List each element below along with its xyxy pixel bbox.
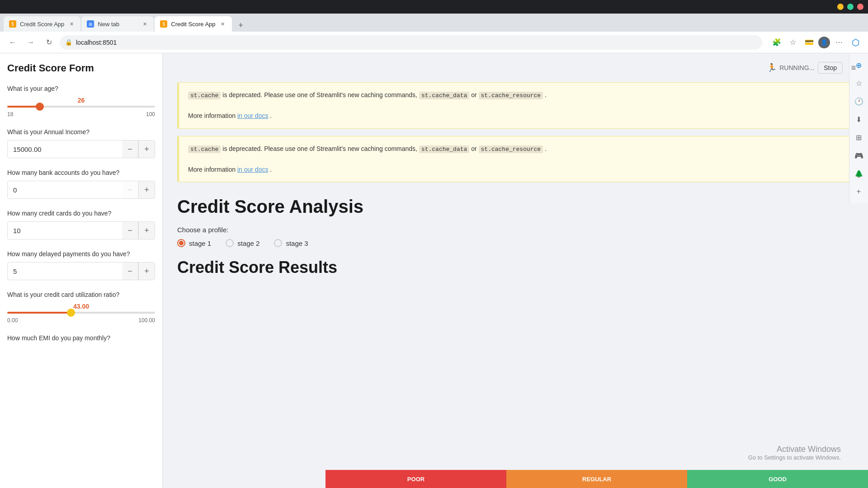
credit-utilization-label: What is your credit card utilization rat… [7,291,155,298]
activate-sub: Go to Settings to activate Windows. [748,454,841,461]
delayed-payments-section: How many delayed payments do you have? 5… [7,250,155,280]
age-slider-container [7,106,155,111]
tab-new-tab[interactable]: ⊞ New tab ✕ [81,16,154,32]
tab-close-3[interactable]: ✕ [219,20,226,28]
income-input[interactable]: 15000.00 − + [7,140,155,158]
edge-history-icon[interactable]: 🕐 [851,93,867,109]
running-icon: 🏃 [767,63,777,73]
wallet-icon[interactable]: 💳 [802,35,816,50]
edge-apps-icon[interactable]: ⊞ [851,129,867,145]
credit-utilization-min: 0.00 [7,317,18,324]
radio-stage2[interactable]: stage 2 [226,239,259,247]
tab-credit-score-2[interactable]: $ Credit Score App ✕ [155,16,231,32]
tab-favicon-2: ⊞ [87,20,94,28]
credit-cards-decrement-button[interactable]: − [122,221,138,239]
score-bar: POOR REGULAR GOOD [326,470,868,488]
hamburger-menu-button[interactable]: ≡ [846,61,861,75]
warning2-docs-link[interactable]: in our docs [237,166,268,173]
maximize-button[interactable] [847,4,854,10]
credit-cards-increment-button[interactable]: + [138,221,155,239]
edge-downloads-icon[interactable]: ⬇ [851,111,867,127]
tab-label-1: Credit Score App [20,21,64,28]
profile-avatar[interactable]: 👤 [818,37,830,48]
new-tab-button[interactable]: + [235,19,247,32]
edge-icon[interactable]: ⬡ [848,35,863,50]
edge-favorites-icon[interactable]: ☆ [851,75,867,91]
credit-utilization-slider-thumb[interactable] [67,309,75,317]
radio-circle-stage1[interactable] [177,239,185,247]
delayed-payments-decrement-button[interactable]: − [122,262,138,280]
warning1-period: . [270,112,272,119]
score-regular-band: REGULAR [506,470,687,488]
forward-button[interactable]: → [24,35,38,50]
income-value: 15000.00 [8,145,122,153]
radio-label-stage1: stage 1 [189,239,211,247]
running-indicator: 🏃 RUNNING... [767,63,814,73]
income-decrement-button[interactable]: − [122,140,138,158]
close-button[interactable] [857,4,863,10]
credit-utilization-range: 0.00 100.00 [7,317,155,324]
bank-accounts-decrement-button[interactable]: − [122,181,138,199]
bank-accounts-label: How many bank accounts do you have? [7,169,155,176]
credit-cards-value: 10 [8,227,122,235]
minimize-button[interactable] [837,4,844,10]
main-content: Credit Score Form What is your age? 26 1… [0,53,868,488]
warning1-text1: is deprecated. Please use one of Streaml… [222,91,419,99]
reload-button[interactable]: ↻ [42,35,56,50]
age-slider-range: 18 100 [7,111,155,117]
warning2-text1: is deprecated. Please use one of Streaml… [222,145,419,152]
sidebar-title: Credit Score Form [7,62,155,74]
age-label: What is your age? [7,85,155,92]
radio-stage1[interactable]: stage 1 [177,239,211,247]
age-slider-thumb[interactable] [36,103,44,111]
warning1-code3: st.cache_resource [479,92,543,99]
address-bar[interactable]: 🔒 localhost:8501 [60,35,762,50]
tab-favicon-3: $ [160,20,167,28]
warning2-code1: st.cache [188,145,221,153]
tab-label-3: Credit Score App [171,21,215,28]
delayed-payments-value: 5 [8,267,122,275]
tab-credit-score-1[interactable]: $ Credit Score App ✕ [4,16,80,32]
radio-circle-stage2[interactable] [226,239,234,247]
window-controls[interactable] [837,4,863,10]
age-slider-track[interactable] [7,106,155,108]
address-bar-row: ← → ↻ 🔒 localhost:8501 🧩 ☆ 💳 👤 ⋯ ⬡ [0,32,868,53]
radio-stage3[interactable]: stage 3 [274,239,308,247]
warning1-code2: st.cache_data [419,92,469,99]
edge-panel: ⊕ ☆ 🕐 ⬇ ⊞ 🎮 🌲 + [849,53,868,203]
activate-watermark: Activate Windows Go to Settings to activ… [748,445,841,461]
bank-accounts-input[interactable]: 0 − + [7,181,155,199]
delayed-payments-increment-button[interactable]: + [138,262,155,280]
tab-close-1[interactable]: ✕ [68,20,75,28]
warning2-text3: . [545,145,547,152]
bank-accounts-increment-button[interactable]: + [138,181,155,199]
edge-add-icon[interactable]: + [851,183,867,200]
radio-circle-stage3[interactable] [274,239,282,247]
warning2-code3: st.cache_resource [479,145,543,153]
edge-tree-icon[interactable]: 🌲 [851,165,867,182]
income-increment-button[interactable]: + [138,140,155,158]
back-button[interactable]: ← [5,35,20,50]
more-options-icon[interactable]: ⋯ [832,35,846,50]
warning1-docs-link[interactable]: in our docs [237,112,268,119]
analysis-title: Credit Score Analysis [177,197,854,217]
profile-label: Choose a profile: [177,226,854,234]
bank-accounts-section: How many bank accounts do you have? 0 − … [7,169,155,199]
income-section: What is your Annual Income? 15000.00 − + [7,128,155,158]
age-max: 100 [146,111,155,117]
edge-game-icon[interactable]: 🎮 [851,147,867,164]
stop-button[interactable]: Stop [818,62,843,74]
toolbar-icons: 🧩 ☆ 💳 👤 ⋯ ⬡ [769,35,863,50]
right-panel: 🏃 RUNNING... Stop ≡ st.cache is deprecat… [163,53,868,488]
favorites-icon[interactable]: ☆ [786,35,800,50]
tab-label-2: New tab [98,21,137,28]
extensions-icon[interactable]: 🧩 [769,35,784,50]
warning2-more-info: More information [188,166,237,173]
delayed-payments-input[interactable]: 5 − + [7,262,155,280]
warning1-code1: st.cache [188,92,221,99]
credit-utilization-slider-track[interactable] [7,312,155,314]
bank-accounts-value: 0 [8,186,122,194]
tab-close-2[interactable]: ✕ [141,20,148,28]
warning1-text2: or [471,91,478,99]
credit-cards-input[interactable]: 10 − + [7,221,155,239]
